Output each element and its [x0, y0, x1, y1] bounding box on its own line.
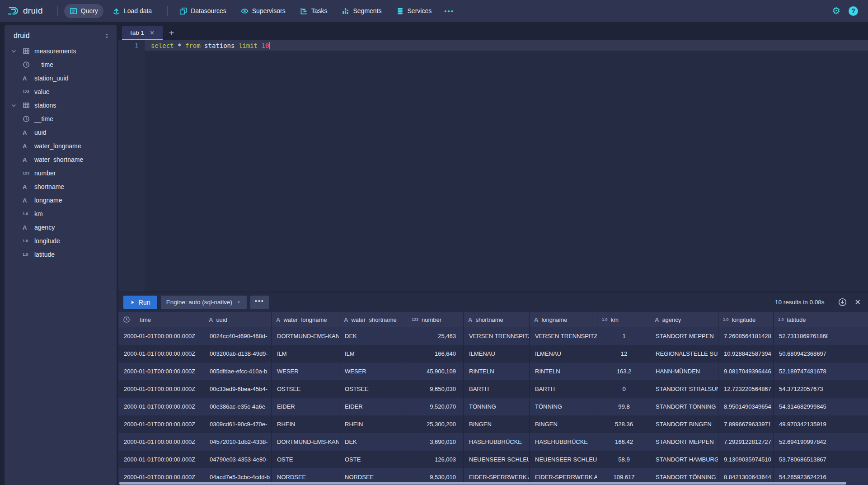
tree-table-measurements[interactable]: measurements: [5, 44, 117, 58]
table-cell[interactable]: BINGEN: [464, 415, 530, 433]
table-cell[interactable]: RHEIN: [339, 415, 407, 433]
nav-more-button[interactable]: •••: [441, 5, 458, 18]
table-cell[interactable]: RHEIN: [272, 415, 339, 433]
nav-item-datasources[interactable]: Datasources: [174, 4, 232, 18]
chevron-down-icon[interactable]: [5, 48, 23, 54]
double-caret-sort-icon[interactable]: [103, 33, 110, 39]
table-cell[interactable]: OSTE: [339, 451, 407, 468]
table-cell[interactable]: STANDORT STRALSUND: [650, 380, 718, 398]
table-cell[interactable]: 1: [597, 327, 650, 345]
run-button[interactable]: Run: [123, 296, 157, 309]
tree-column-water_shortname[interactable]: Awater_shortname: [5, 153, 117, 166]
table-cell[interactable]: 8.9501490349654: [718, 398, 774, 415]
table-cell[interactable]: ILMENAU: [530, 345, 597, 363]
table-cell[interactable]: [828, 345, 868, 363]
table-cell[interactable]: 9.1309035974510: [718, 451, 774, 468]
table-cell[interactable]: BARTH: [464, 380, 530, 398]
table-cell[interactable]: 54.314682999845: [774, 398, 828, 415]
table-cell[interactable]: 2000-01-01T00:00:00.000Z: [118, 327, 204, 345]
table-cell[interactable]: 04790e03-4353-4e80-: [204, 451, 272, 468]
query-more-button[interactable]: •••: [250, 296, 269, 309]
table-cell[interactable]: 58.9: [597, 451, 650, 468]
table-cell[interactable]: 2000-01-01T00:00:00.000Z: [118, 398, 204, 415]
column-header-longitude[interactable]: 1.0longitude: [718, 312, 774, 327]
table-cell[interactable]: 2000-01-01T00:00:00.000Z: [118, 380, 204, 398]
table-cell[interactable]: WESER: [272, 363, 339, 380]
table-cell[interactable]: 52.189747481678: [774, 363, 828, 380]
download-icon[interactable]: [838, 298, 847, 306]
table-cell[interactable]: 53.780686513867: [774, 451, 828, 468]
table-cell[interactable]: [828, 451, 868, 468]
table-cell[interactable]: 99.8: [597, 398, 650, 415]
table-cell[interactable]: 2000-01-01T00:00:00.000Z: [118, 363, 204, 380]
table-cell[interactable]: 9,520,070: [407, 398, 464, 415]
table-cell[interactable]: VERSEN TRENNSPITZE: [464, 327, 530, 345]
table-cell[interactable]: RINTELN: [530, 363, 597, 380]
column-header-km[interactable]: 1.0km: [597, 312, 650, 327]
tree-column-water_longname[interactable]: Awater_longname: [5, 139, 117, 153]
table-cell[interactable]: STANDORT TÖNNING: [650, 398, 718, 415]
table-cell[interactable]: NEUENSEER SCHLEUSE: [464, 451, 530, 468]
table-cell[interactable]: [828, 415, 868, 433]
table-cell[interactable]: 49.970342135919: [774, 415, 828, 433]
nav-item-query[interactable]: Query: [64, 4, 103, 18]
table-cell[interactable]: 163.2: [597, 363, 650, 380]
table-cell[interactable]: 2000-01-01T00:00:00.000Z: [118, 451, 204, 468]
table-cell[interactable]: DEK: [339, 433, 407, 451]
help-icon[interactable]: ?: [849, 6, 858, 16]
table-cell[interactable]: OSTE: [272, 451, 339, 468]
nav-item-supervisors[interactable]: Supervisors: [235, 4, 291, 18]
table-cell[interactable]: [828, 398, 868, 415]
nav-item-tasks[interactable]: Tasks: [295, 4, 333, 18]
table-cell[interactable]: 00c33ed9-6bea-45b4-: [204, 380, 272, 398]
tree-column-__time[interactable]: __time: [5, 58, 117, 71]
table-cell[interactable]: 7.2929122812727: [718, 433, 774, 451]
table-cell[interactable]: STANDORT MEPPEN: [650, 327, 718, 345]
table-cell[interactable]: ILMENAU: [464, 345, 530, 363]
table-cell[interactable]: ILM: [272, 345, 339, 363]
table-cell[interactable]: HANN-MÜNDEN: [650, 363, 718, 380]
tree-column-shortname[interactable]: Ashortname: [5, 180, 117, 193]
table-cell[interactable]: 00e386ac-e35c-4a6e-: [204, 398, 272, 415]
column-header-uuid[interactable]: Auuid: [204, 312, 272, 327]
table-cell[interactable]: EIDER: [272, 398, 339, 415]
tree-column-agency[interactable]: Aagency: [5, 221, 117, 234]
tab-1[interactable]: Tab 1 ✕: [122, 26, 163, 40]
tree-column-station_uuid[interactable]: Astation_uuid: [5, 71, 117, 85]
table-cell[interactable]: VERSEN TRENNSPITZE: [530, 327, 597, 345]
tree-column-__time[interactable]: __time: [5, 112, 117, 126]
table-cell[interactable]: [828, 363, 868, 380]
table-cell[interactable]: 9.0817049396446: [718, 363, 774, 380]
table-cell[interactable]: 166.42: [597, 433, 650, 451]
table-cell[interactable]: 528.36: [597, 415, 650, 433]
table-cell[interactable]: [828, 433, 868, 451]
engine-select[interactable]: Engine: auto (sql-native): [161, 296, 247, 309]
table-cell[interactable]: 04572010-1db2-4338-: [204, 433, 272, 451]
table-cell[interactable]: 25,300,200: [407, 415, 464, 433]
nav-item-services[interactable]: Services: [391, 4, 437, 18]
table-cell[interactable]: 54.37122057673: [774, 380, 828, 398]
tree-column-value[interactable]: 123value: [5, 85, 117, 99]
table-cell[interactable]: DORTMUND-EMS-KANAL: [272, 327, 339, 345]
column-header-water_longname[interactable]: Awater_longname: [272, 312, 339, 327]
table-cell[interactable]: STANDORT MEPPEN: [650, 433, 718, 451]
table-cell[interactable]: 005dfdae-efcc-410a-b: [204, 363, 272, 380]
tree-column-longname[interactable]: Alongname: [5, 193, 117, 207]
column-header-water_shortname[interactable]: Awater_shortname: [339, 312, 407, 327]
table-cell[interactable]: TÖNNING: [464, 398, 530, 415]
table-cell[interactable]: 52.694190997842: [774, 433, 828, 451]
table-cell[interactable]: 3,690,010: [407, 433, 464, 451]
table-cell[interactable]: 2000-01-01T00:00:00.000Z: [118, 433, 204, 451]
table-cell[interactable]: 0024cc40-d690-468d-: [204, 327, 272, 345]
table-cell[interactable]: 45,900,109: [407, 363, 464, 380]
table-cell[interactable]: TÖNNING: [530, 398, 597, 415]
table-cell[interactable]: RINTELN: [464, 363, 530, 380]
druid-brand[interactable]: druid: [7, 5, 43, 17]
close-results-icon[interactable]: ✕: [855, 298, 861, 306]
table-cell[interactable]: 166,640: [407, 345, 464, 363]
nav-item-segments[interactable]: Segments: [336, 4, 387, 18]
column-header-latitude[interactable]: 1.0latitude: [774, 312, 828, 327]
tree-table-stations[interactable]: stations: [5, 99, 117, 112]
table-cell[interactable]: WESER: [339, 363, 407, 380]
column-header-shortname[interactable]: Ashortname: [464, 312, 530, 327]
